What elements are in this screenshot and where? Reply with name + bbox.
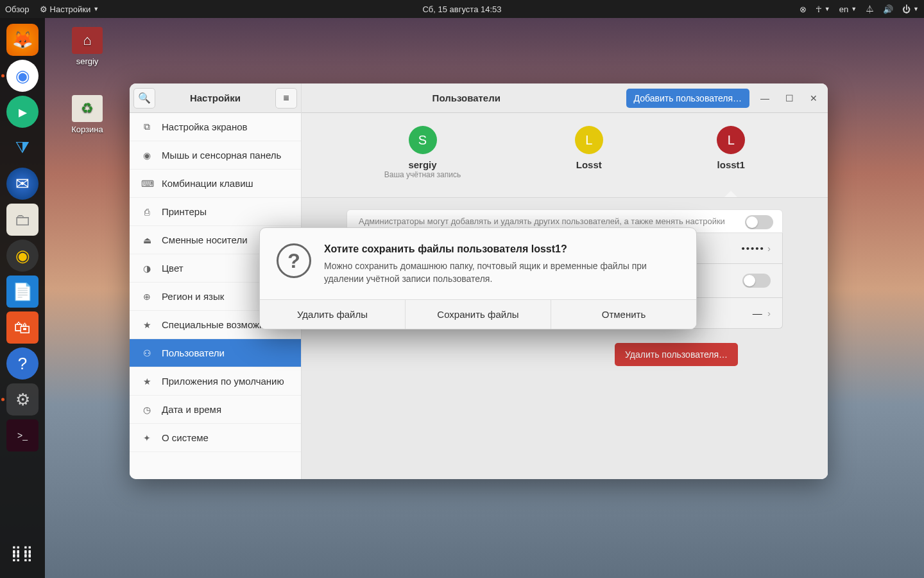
user-losst1[interactable]: Llosst1 (717, 126, 745, 179)
sidebar-item-label: Мышь и сенсорная панель (162, 150, 281, 161)
menu-icon: ≡ (283, 92, 289, 104)
sidebar-item-8[interactable]: ⚇Пользователи (130, 339, 301, 367)
show-applications-button[interactable]: ⠿⠿⠿⠿ (6, 539, 38, 572)
dock-firefox[interactable]: 🦊 (6, 24, 38, 56)
trash-icon: ♻ (72, 95, 103, 122)
autologin-toggle[interactable] (742, 274, 771, 288)
sidebar-item-icon: ✦ (141, 433, 153, 443)
dock-settings[interactable]: ⚙ (6, 383, 38, 416)
top-panel: Обзор ⚙ Настройки ▼ Сб, 15 августа 14:53… (0, 0, 924, 18)
dock-terminal[interactable]: >_ (6, 419, 38, 451)
dock-vscode[interactable]: ⧩ (6, 132, 38, 164)
delete-user-button[interactable]: Удалить пользователя… (615, 343, 738, 366)
sidebar-item-2[interactable]: ⌨Комбинации клавиш (130, 170, 301, 198)
network-icon[interactable]: ⏃ (866, 4, 874, 14)
user-sergiy[interactable]: SsergiyВаша учётная запись (384, 126, 461, 179)
sidebar-item-9[interactable]: ★Приложения по умолчанию (130, 367, 301, 396)
sidebar-item-icon: ⊕ (141, 292, 153, 302)
sidebar-item-11[interactable]: ✦О системе (130, 424, 301, 452)
sidebar-item-label: Цвет (162, 263, 184, 274)
sidebar-item-3[interactable]: ⎙Принтеры (130, 198, 301, 226)
window-controls: — ☐ ✕ (756, 89, 823, 107)
clock[interactable]: Сб, 15 августа 14:53 (422, 4, 501, 14)
password-value: ••••• (742, 243, 765, 254)
sidebar-item-icon: ⌨ (141, 179, 153, 189)
activity-value: — (753, 308, 762, 319)
dialog-buttons: Удалить файлы Сохранить файлы Отменить (260, 299, 696, 329)
maximize-button[interactable]: ☐ (780, 89, 798, 107)
sidebar-item-icon: ◉ (141, 150, 153, 161)
sidebar-item-label: Настройка экранов (162, 121, 248, 132)
dock-files[interactable]: 🗀 (6, 204, 38, 236)
app-menu[interactable]: ⚙ Настройки ▼ (40, 4, 99, 14)
input-language-menu[interactable]: en ▼ (839, 4, 857, 14)
dialog-title: Хотите сохранить файлы пользователя loss… (324, 243, 680, 255)
search-button[interactable]: 🔍 (133, 88, 155, 109)
sidebar-item-icon: ⚇ (141, 348, 153, 358)
accessibility-menu[interactable]: ☥ ▼ (816, 4, 830, 14)
hamburger-button[interactable]: ≡ (275, 88, 297, 109)
chevron-right-icon: › (767, 308, 771, 319)
sidebar-header: 🔍 Настройки ≡ (130, 83, 301, 113)
dock-help[interactable]: ? (6, 347, 38, 380)
sidebar-item-icon: ⧉ (141, 121, 153, 132)
user-sub: Ваша учётная запись (384, 170, 461, 179)
avatar: L (717, 126, 745, 154)
activities-button[interactable]: Обзор (5, 4, 30, 14)
search-icon: 🔍 (138, 92, 151, 104)
user-name: sergiy (384, 159, 461, 170)
dock-software[interactable]: 🛍 (6, 311, 38, 344)
confirm-dialog: ? Хотите сохранить файлы пользователя lo… (259, 227, 697, 329)
sidebar-item-icon: ◑ (141, 263, 153, 274)
avatar: S (409, 126, 437, 154)
app-menu-label: Настройки (50, 4, 91, 14)
add-user-button[interactable]: Добавить пользователя… (626, 89, 749, 108)
sidebar-item-label: Принтеры (162, 206, 207, 217)
sidebar-item-0[interactable]: ⧉Настройка экранов (130, 113, 301, 141)
sidebar-title: Настройки (155, 92, 275, 103)
desktop-trash[interactable]: ♻ Корзина (62, 95, 113, 134)
dock-writer[interactable]: 📄 (6, 276, 38, 308)
keep-files-button[interactable]: Сохранить файлы (406, 300, 551, 329)
sidebar-item-label: Приложения по умолчанию (162, 376, 284, 387)
sidebar-item-label: Регион и язык (162, 291, 224, 302)
gear-icon: ⚙ (40, 4, 47, 14)
main-header: Пользователи Добавить пользователя… — ☐ … (302, 83, 828, 113)
dock-thunderbird[interactable]: ✉ (6, 168, 38, 200)
sidebar-item-label: Дата и время (162, 404, 221, 415)
sidebar-item-icon: ◷ (141, 405, 153, 415)
dock-chromium[interactable]: ◉ (6, 60, 38, 92)
user-Losst[interactable]: LLosst (575, 126, 603, 179)
dock-app-green[interactable]: ▸ (6, 96, 38, 128)
desktop-home-label: sergiy (62, 57, 113, 66)
sidebar-item-label: Сменные носители (162, 234, 248, 245)
admin-toggle[interactable] (745, 215, 773, 229)
volume-icon[interactable]: 🔊 (883, 4, 893, 14)
sidebar-item-label: О системе (162, 432, 209, 443)
desktop-trash-label: Корзина (62, 125, 113, 134)
users-row: SsergiyВаша учётная записьLLosstLlosst1 (302, 113, 828, 198)
dialog-body-text: Можно сохранить домашнюю папку, почтовый… (324, 260, 680, 285)
indicator-icon[interactable]: ⊗ (800, 4, 807, 14)
folder-icon: ⌂ (72, 27, 103, 54)
sidebar-item-icon: ⏏ (141, 235, 153, 245)
sidebar-item-label: Комбинации клавиш (162, 178, 253, 189)
desktop-home-folder[interactable]: ⌂ sergiy (62, 27, 113, 66)
cancel-button[interactable]: Отменить (551, 300, 696, 329)
sidebar-item-10[interactable]: ◷Дата и время (130, 396, 301, 424)
sidebar-item-label: Пользователи (162, 347, 225, 358)
user-name: Losst (575, 159, 603, 170)
dock-rhythmbox[interactable]: ◉ (6, 240, 38, 272)
minimize-button[interactable]: — (756, 89, 774, 107)
sidebar-item-icon: ★ (141, 376, 153, 387)
chevron-right-icon: › (767, 243, 771, 254)
close-button[interactable]: ✕ (805, 89, 823, 107)
page-title: Пользователи (307, 92, 626, 103)
sidebar-item-icon: ★ (141, 320, 153, 330)
sidebar-item-icon: ⎙ (141, 207, 153, 217)
power-menu[interactable]: ⏻ ▼ (902, 4, 919, 14)
delete-files-button[interactable]: Удалить файлы (260, 300, 406, 329)
avatar: L (575, 126, 603, 154)
dock: 🦊 ◉ ▸ ⧩ ✉ 🗀 ◉ 📄 🛍 ? ⚙ >_ ⠿⠿⠿⠿ (0, 18, 45, 578)
sidebar-item-1[interactable]: ◉Мышь и сенсорная панель (130, 141, 301, 170)
